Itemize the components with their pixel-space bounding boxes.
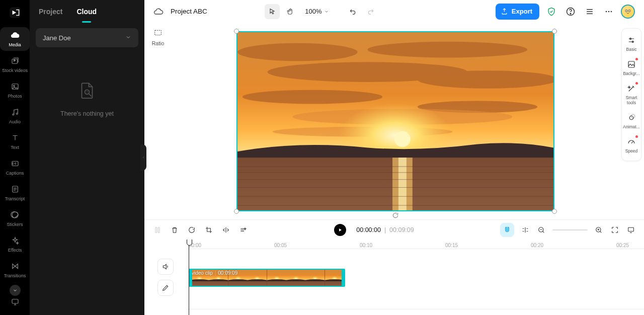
track-mute-button[interactable] bbox=[157, 259, 174, 275]
nav-label: Captions bbox=[6, 171, 24, 176]
preview-image bbox=[237, 32, 553, 210]
avatar[interactable] bbox=[621, 5, 635, 19]
topbar: Project ABC 100% bbox=[144, 0, 644, 23]
timeline-ruler[interactable]: 00:00 00:05 00:10 00:15 00:20 00:25 bbox=[187, 240, 644, 253]
play-button[interactable] bbox=[334, 224, 346, 236]
video-track[interactable]: video clip | 00:09:09 bbox=[187, 269, 644, 289]
nav-stickers[interactable]: Stickers bbox=[0, 207, 30, 230]
ruler-tick: 00:15 bbox=[445, 243, 458, 248]
rotate-button[interactable] bbox=[187, 225, 197, 235]
clip-trim-left[interactable] bbox=[190, 270, 192, 286]
nav-media[interactable]: Media bbox=[0, 27, 30, 51]
expand-button[interactable] bbox=[626, 225, 636, 235]
queue-icon[interactable] bbox=[583, 5, 597, 19]
export-button[interactable]: Export bbox=[496, 4, 539, 20]
nav-transitions[interactable]: Transitions bbox=[0, 258, 30, 282]
rotate-handle[interactable] bbox=[392, 212, 399, 219]
hand-tool-button[interactable] bbox=[283, 4, 298, 19]
prop-background[interactable]: Backgr... bbox=[622, 56, 641, 80]
nav-text[interactable]: Text bbox=[0, 130, 30, 153]
preview-stage[interactable] bbox=[172, 23, 619, 219]
zoom-in-button[interactable] bbox=[594, 225, 604, 235]
chevron-down-icon bbox=[324, 9, 329, 14]
project-title[interactable]: Project ABC bbox=[171, 8, 207, 15]
canvas[interactable] bbox=[236, 31, 554, 211]
ratio-button[interactable]: Ratio bbox=[149, 27, 167, 219]
zoom-slider[interactable] bbox=[552, 229, 588, 230]
shield-icon[interactable] bbox=[544, 5, 558, 19]
selection-handle-tr[interactable] bbox=[552, 29, 557, 34]
redo-button[interactable] bbox=[363, 4, 378, 19]
nav-expand-button[interactable] bbox=[10, 285, 21, 296]
app-logo[interactable] bbox=[7, 4, 24, 21]
playhead[interactable] bbox=[189, 240, 189, 315]
crop-button[interactable] bbox=[204, 225, 214, 235]
clip-name: video clip bbox=[192, 270, 213, 276]
help-icon[interactable] bbox=[564, 5, 578, 19]
nav-label: Stickers bbox=[7, 222, 23, 227]
fit-button[interactable] bbox=[610, 225, 620, 235]
svg-rect-42 bbox=[158, 227, 159, 232]
track-edit-button[interactable] bbox=[157, 280, 174, 296]
empty-text: There's nothing yet bbox=[60, 110, 114, 117]
export-label: Export bbox=[512, 8, 532, 15]
timeline-scroll[interactable]: 00:00 00:05 00:10 00:15 00:20 00:25 bbox=[187, 240, 644, 315]
nav-rail: Media Stock videos Photos Audio Text bbox=[0, 0, 30, 315]
video-library-icon bbox=[10, 56, 20, 66]
cloud-sync-icon[interactable] bbox=[153, 7, 164, 17]
user-dropdown[interactable]: Jane Doe bbox=[36, 28, 138, 47]
prop-animation[interactable]: Animat... bbox=[622, 109, 641, 133]
selection-handle-tl[interactable] bbox=[234, 29, 239, 34]
clip-length: 00:09:09 bbox=[218, 270, 237, 276]
nav-bottom-button[interactable] bbox=[0, 295, 30, 311]
nav-label: Text bbox=[11, 145, 19, 150]
mirror-button[interactable] bbox=[221, 225, 231, 235]
tab-project[interactable]: Project bbox=[39, 2, 62, 22]
snap-button[interactable] bbox=[500, 223, 514, 237]
cursor-tool-button[interactable] bbox=[265, 4, 280, 19]
prop-basic[interactable]: Basic bbox=[622, 32, 641, 56]
property-rail: Basic Backgr... Smart tools bbox=[619, 23, 644, 219]
transcript-icon bbox=[10, 184, 20, 194]
nav-photos[interactable]: Photos bbox=[0, 78, 30, 102]
selection-handle-br[interactable] bbox=[552, 209, 557, 214]
zoom-out-button[interactable] bbox=[536, 225, 546, 235]
magnet-icon bbox=[503, 226, 511, 234]
enhance-button[interactable] bbox=[238, 225, 248, 235]
clip-trim-right[interactable] bbox=[342, 270, 344, 286]
nav-effects[interactable]: Effects bbox=[0, 232, 30, 256]
image-icon bbox=[10, 82, 20, 92]
nav-audio[interactable]: Audio bbox=[0, 104, 30, 128]
prop-smart-tools[interactable]: Smart tools bbox=[622, 80, 641, 109]
nav-transcript[interactable]: Transcript bbox=[0, 181, 30, 205]
undo-button[interactable] bbox=[345, 4, 360, 19]
svg-point-15 bbox=[608, 11, 610, 12]
editor-area: Project ABC 100% bbox=[144, 0, 644, 315]
split-disabled-button bbox=[152, 225, 163, 235]
selection-handle-bl[interactable] bbox=[234, 209, 239, 214]
nav-captions[interactable]: Captions bbox=[0, 155, 30, 179]
sparkle-icon bbox=[10, 235, 20, 246]
delete-button[interactable] bbox=[170, 225, 180, 235]
prop-label: Speed bbox=[625, 148, 638, 153]
tab-cloud[interactable]: Cloud bbox=[76, 2, 97, 22]
timeline-head-column bbox=[144, 240, 187, 315]
nav-label: Stock videos bbox=[2, 68, 28, 73]
text-icon bbox=[10, 133, 20, 143]
nav-label: Transcript bbox=[5, 196, 25, 202]
media-tabs: Project Cloud bbox=[30, 0, 144, 23]
zoom-dropdown[interactable]: 100% bbox=[305, 8, 329, 15]
nav-stock-videos[interactable]: Stock videos bbox=[0, 53, 30, 76]
panel-collapse-handle[interactable] bbox=[140, 144, 146, 171]
prop-speed[interactable]: Speed bbox=[622, 133, 641, 158]
more-icon[interactable] bbox=[602, 5, 616, 19]
ruler-tick: 00:25 bbox=[616, 243, 629, 248]
timeline: 00:00 00:05 00:10 00:15 00:20 00:25 bbox=[144, 240, 644, 315]
prop-label: Backgr... bbox=[623, 71, 639, 76]
split-clip-button[interactable] bbox=[520, 225, 530, 235]
video-clip[interactable]: video clip | 00:09:09 bbox=[189, 269, 345, 287]
ratio-label: Ratio bbox=[152, 40, 165, 46]
svg-rect-9 bbox=[12, 299, 18, 303]
svg-point-16 bbox=[611, 11, 612, 12]
svg-point-19 bbox=[626, 10, 627, 11]
